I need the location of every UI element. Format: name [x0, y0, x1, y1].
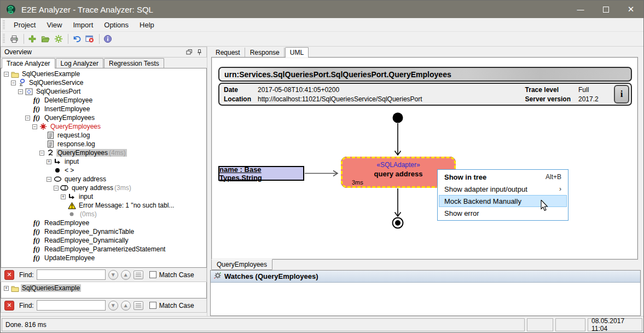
match-case-checkbox[interactable]	[149, 271, 156, 278]
error-report-button[interactable]	[84, 33, 97, 45]
tree-item[interactable]: f()ReadEmployee_Dynamically	[1, 236, 206, 245]
find-previous-button[interactable]: ▲	[121, 301, 131, 311]
tree-item[interactable]: f()ReadEmployee	[1, 219, 206, 227]
find-next-button[interactable]: ▼	[108, 270, 118, 280]
float-panel-icon[interactable]	[184, 48, 194, 56]
function-icon: f()	[32, 245, 42, 253]
toolbar-separator	[68, 34, 68, 44]
overview-panel: Overview Trace AnalyzerLog AnalyzerRegre…	[1, 47, 207, 316]
context-menu-item-show-adapter-input-output[interactable]: Show adapter input/output›	[439, 183, 567, 195]
tree-item[interactable]: f()ReadEmployee_DynamicTable	[1, 227, 206, 236]
tree-expander[interactable]: −	[47, 177, 51, 182]
trace-details-button[interactable]: i	[614, 85, 629, 104]
undo-button[interactable]	[71, 33, 84, 45]
context-menu: Show in treeAlt+BShow adapter input/outp…	[437, 169, 568, 221]
mouse-cursor	[541, 200, 550, 212]
toolbar-grip[interactable]	[3, 34, 5, 44]
tree-item-label: QueryEmployees	[56, 149, 109, 157]
tree-item[interactable]: Error Message: 1 "no such tabl...	[1, 201, 206, 210]
tree-item[interactable]: f()InsertEmployee	[1, 105, 206, 113]
tree-item-label: input	[63, 158, 80, 165]
info-button[interactable]	[102, 33, 115, 45]
tree-item-duration: (0ms)	[80, 210, 98, 218]
tree-item-label: ReadEmployee_Dynamically	[43, 237, 129, 244]
titlebar: E2E Analyzer - Trace Analyzer: SQL — ✕	[1, 1, 643, 18]
trace-tree: −SqlQueriesExample−SqlQueriesService−Sql…	[1, 68, 207, 268]
open-button[interactable]	[39, 33, 53, 45]
menubar-grip[interactable]	[3, 20, 5, 30]
tree-item[interactable]: f()ReadEmployee_ParameterizedStatement	[1, 245, 206, 254]
menu-options[interactable]: Options	[98, 19, 134, 31]
tree-item[interactable]: f()UpdateEmployee	[1, 254, 206, 262]
tree-item[interactable]: −query address	[1, 175, 206, 183]
parameter-node[interactable]: name : Base Types.String	[218, 166, 304, 181]
tree-item[interactable]: +input	[1, 192, 206, 201]
tab-log-analyzer[interactable]: Log Analyzer	[56, 58, 103, 68]
tree-item-label: InsertEmployee	[43, 105, 91, 113]
find-options-button[interactable]	[134, 271, 143, 279]
tree-expander[interactable]: −	[54, 186, 59, 191]
tab-uml[interactable]: UML	[285, 47, 309, 58]
gray-node-icon	[67, 210, 76, 218]
menu-project[interactable]: Project	[8, 19, 41, 31]
tree-expander[interactable]: −	[18, 89, 23, 94]
tree-expander[interactable]: −	[39, 151, 44, 156]
find-previous-button[interactable]: ▲	[121, 270, 131, 280]
tree-expander[interactable]: +	[4, 286, 9, 291]
tab-regression-tests[interactable]: Regression Tests	[104, 58, 164, 68]
match-case-checkbox[interactable]	[149, 302, 156, 309]
find-label: Find:	[19, 271, 34, 279]
find-label: Find:	[19, 302, 34, 309]
find-options-button[interactable]	[134, 301, 143, 310]
tree-item[interactable]: (0ms)	[1, 210, 206, 219]
tree-item[interactable]: −SqlQueriesExample	[1, 70, 206, 78]
tree-expander[interactable]: −	[11, 81, 16, 85]
close-find-button[interactable]: ✕	[4, 301, 14, 311]
tree-expander[interactable]: +	[47, 159, 51, 164]
add-button[interactable]	[26, 33, 39, 45]
tree-item[interactable]: −SqlQueriesService	[1, 78, 206, 87]
find-input[interactable]	[37, 300, 106, 311]
tab-response[interactable]: Response	[246, 48, 285, 57]
tree-item[interactable]: −QueryEmployees(4ms)	[1, 148, 206, 157]
tree-item[interactable]: −SqlQueriesPort	[1, 87, 206, 96]
tab-request[interactable]: Request	[211, 48, 245, 57]
tree-item[interactable]: response.log	[1, 140, 206, 148]
tree-item[interactable]: −query address(3ms)	[1, 183, 206, 192]
tab-trace-analyzer[interactable]: Trace Analyzer	[2, 58, 55, 68]
find-input[interactable]	[37, 269, 106, 280]
pin-icon[interactable]	[194, 48, 204, 56]
gear-icon	[54, 35, 63, 43]
tree-item[interactable]: +input	[1, 157, 206, 166]
tree-item[interactable]: request.log	[1, 131, 206, 140]
tree-expander[interactable]: +	[61, 194, 66, 199]
app-window: E2E Analyzer - Trace Analyzer: SQL — ✕ P…	[0, 0, 644, 333]
tree-item-label: SqlQueriesExample	[21, 284, 81, 292]
tree-item[interactable]: f()DeleteEmployee	[1, 96, 206, 105]
print-button[interactable]	[8, 33, 21, 45]
tree-item[interactable]: −f()QueryEmployees	[1, 113, 206, 122]
tree-expander[interactable]: −	[32, 124, 37, 129]
settings-button[interactable]	[53, 33, 66, 45]
window-title: E2E Analyzer - Trace Analyzer: SQL	[21, 5, 153, 14]
minimize-button[interactable]: —	[568, 1, 593, 18]
toolbar-separator	[99, 34, 100, 44]
menu-help[interactable]: Help	[134, 19, 160, 31]
close-button[interactable]: ✕	[618, 1, 643, 18]
menu-import[interactable]: Import	[67, 19, 98, 31]
tree-item[interactable]: −QueryEmployees	[1, 122, 206, 131]
submenu-arrow-icon: ›	[559, 185, 561, 193]
tree-expander[interactable]: −	[4, 72, 9, 77]
tree-item-label: QueryEmployees	[43, 114, 96, 122]
close-find-button[interactable]: ✕	[4, 270, 14, 280]
ellipse-icon	[53, 175, 62, 183]
maximize-button[interactable]	[593, 1, 618, 18]
context-menu-item-show-in-tree[interactable]: Show in treeAlt+B	[439, 171, 567, 183]
tree-item[interactable]: < >	[1, 166, 206, 175]
watches-title: Watches (QueryEmployees)	[224, 272, 318, 280]
tree-item[interactable]: +SqlQueriesExample	[1, 284, 206, 292]
find-next-button[interactable]: ▼	[108, 301, 118, 311]
menu-view[interactable]: View	[41, 19, 67, 31]
tree-expander[interactable]: −	[25, 116, 30, 120]
tab-queryemployees[interactable]: QueryEmployees	[211, 259, 272, 270]
